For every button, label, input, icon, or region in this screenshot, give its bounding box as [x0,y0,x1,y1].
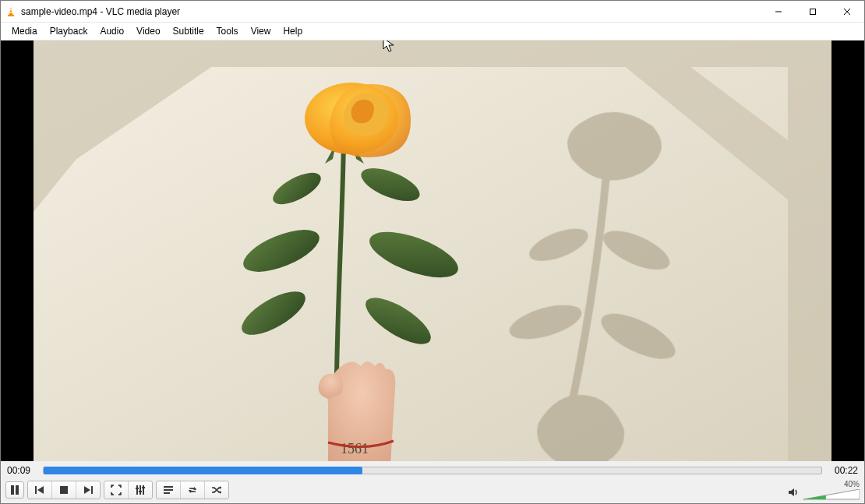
svg-rect-34 [60,486,68,494]
svg-rect-40 [136,488,139,489]
svg-rect-43 [164,486,173,488]
svg-rect-31 [16,485,19,495]
stop-icon [58,485,69,495]
skip-previous-icon [34,485,45,495]
next-button[interactable] [76,481,100,499]
video-area[interactable]: 1561 [1,41,864,461]
svg-rect-2 [9,9,12,10]
svg-marker-35 [84,486,90,494]
shuffle-icon [211,485,222,495]
list-group [156,481,229,499]
fullscreen-button[interactable] [104,481,129,499]
menu-tools[interactable]: Tools [210,24,245,38]
menu-video[interactable]: Video [130,24,166,38]
seek-slider[interactable] [43,467,822,474]
svg-rect-42 [142,487,145,488]
svg-rect-39 [143,485,144,495]
svg-rect-37 [136,485,138,495]
svg-marker-29 [383,41,394,51]
svg-marker-47 [803,489,860,499]
svg-rect-30 [11,485,14,495]
menu-audio[interactable]: Audio [94,24,130,38]
svg-marker-0 [9,7,13,15]
shuffle-button[interactable] [205,481,228,499]
svg-rect-41 [139,491,142,492]
total-time[interactable]: 00:22 [828,465,858,476]
playlist-button[interactable] [157,481,181,499]
svg-rect-36 [91,486,93,494]
menu-media[interactable]: Media [5,24,44,38]
previous-button[interactable] [28,481,52,499]
menu-playback[interactable]: Playback [44,24,94,38]
svg-rect-32 [35,486,37,494]
svg-text:1561: 1561 [341,441,369,456]
svg-rect-1 [8,15,14,16]
svg-marker-12 [34,41,831,67]
extended-settings-button[interactable] [129,481,152,499]
menu-help[interactable]: Help [277,24,309,38]
pause-icon [9,485,20,495]
svg-marker-33 [37,486,44,494]
maximize-button[interactable] [796,1,830,23]
menu-bar: Media Playback Audio Video Subtitle Tool… [1,23,864,41]
mouse-cursor-icon [383,41,395,53]
title-bar: sample-video.mp4 - VLC media player [1,1,864,23]
svg-rect-44 [164,489,173,491]
equalizer-icon [135,485,146,495]
fullscreen-icon [111,485,122,495]
play-pause-button[interactable] [5,481,24,499]
svg-marker-15 [788,41,831,461]
elapsed-time[interactable]: 00:09 [7,465,37,476]
svg-marker-46 [789,488,794,496]
window-title: sample-video.mp4 - VLC media player [21,6,180,17]
menu-view[interactable]: View [245,24,277,38]
stop-button[interactable] [52,481,76,499]
svg-rect-38 [139,485,141,495]
minimize-button[interactable] [761,1,796,23]
close-button[interactable] [830,1,864,23]
volume-percent: 40% [844,481,860,488]
menu-subtitle[interactable]: Subtitle [167,24,210,38]
loop-button[interactable] [181,481,205,499]
speaker-icon[interactable] [788,487,799,500]
controls-row: 40% [1,480,864,503]
video-frame: 1561 [1,41,864,461]
vlc-cone-icon [5,6,16,17]
skip-next-icon [83,485,94,495]
svg-rect-5 [810,9,816,14]
playlist-icon [163,485,174,495]
svg-rect-45 [164,492,170,494]
svg-rect-3 [9,12,13,12]
volume-block: 40% [788,481,860,500]
seek-progress [44,467,362,474]
volume-slider[interactable] [803,489,860,500]
seek-row: 00:09 00:22 [1,461,864,480]
view-group [104,481,153,499]
nav-group [27,481,101,499]
loop-icon [187,485,198,495]
